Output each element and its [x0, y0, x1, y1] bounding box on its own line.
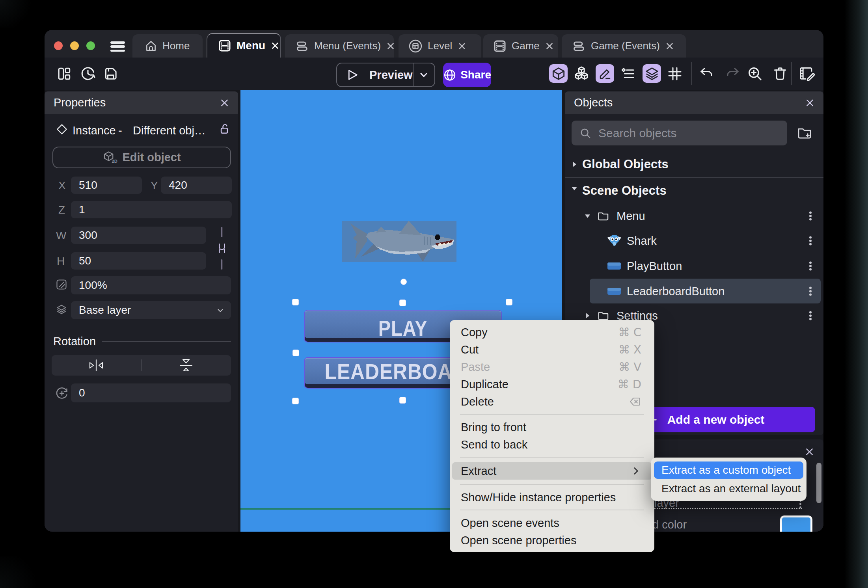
- preview-button[interactable]: Preview: [337, 63, 413, 86]
- tree-row-shark[interactable]: Shark: [565, 228, 823, 253]
- submenu-item-extract-custom-object[interactable]: Extract as a custom object: [654, 461, 803, 479]
- search-objects-input[interactable]: Search objects: [572, 121, 787, 145]
- layers-icon[interactable]: [643, 64, 661, 83]
- x-field[interactable]: 510: [71, 177, 142, 194]
- menu-item-shortcut: ⌘ V: [618, 360, 641, 374]
- extract-submenu: Extract as a custom object Extract as an…: [651, 458, 807, 501]
- close-icon[interactable]: [270, 41, 280, 51]
- close-icon[interactable]: [220, 98, 229, 108]
- menu-item-send-to-back[interactable]: Send to back: [450, 436, 654, 453]
- tab-menu-events[interactable]: Menu (Events): [285, 34, 394, 58]
- handle-top-center[interactable]: [399, 300, 406, 306]
- rotation-field[interactable]: 0: [71, 383, 231, 402]
- button-object-icon: [607, 262, 621, 270]
- close-icon[interactable]: [386, 41, 394, 51]
- menu-item-label: Copy: [461, 326, 488, 339]
- menu-item-show-hide-instance-properties[interactable]: Show/Hide instance properties: [450, 489, 654, 506]
- link-dimensions-icon[interactable]: [217, 227, 227, 270]
- close-icon[interactable]: [665, 41, 675, 51]
- edit-object-button[interactable]: 2D Edit object: [52, 147, 231, 168]
- handle-mid-left[interactable]: [292, 350, 299, 356]
- kebab-menu-icon[interactable]: [808, 311, 812, 320]
- main-menu-icon[interactable]: [110, 41, 125, 52]
- background-color-label: d color: [652, 518, 687, 531]
- save-icon[interactable]: [102, 58, 119, 90]
- opacity-field[interactable]: 100%: [71, 276, 231, 294]
- menu-item-bring-to-front[interactable]: Bring to front: [450, 419, 654, 436]
- kebab-menu-icon[interactable]: [808, 236, 812, 246]
- background-color-swatch[interactable]: [780, 515, 812, 532]
- scene-edit-icon[interactable]: [797, 58, 816, 90]
- instances-icon[interactable]: [572, 58, 591, 90]
- kebab-menu-icon[interactable]: [808, 287, 812, 296]
- trash-icon[interactable]: [771, 58, 790, 90]
- menu-item-copy[interactable]: Copy ⌘ C: [450, 324, 654, 341]
- view-3d-icon[interactable]: [549, 64, 568, 83]
- menu-item-open-scene-events[interactable]: Open scene events: [450, 514, 654, 532]
- instance-list-icon[interactable]: [618, 58, 637, 90]
- button-object-icon: [607, 287, 621, 295]
- wallpaper-edge: [844, 0, 868, 588]
- menu-item-label: Extract: [461, 465, 496, 478]
- history-icon[interactable]: [79, 58, 97, 90]
- z-field[interactable]: 1: [71, 201, 232, 218]
- traffic-light-close[interactable]: [54, 41, 63, 50]
- share-button[interactable]: Share: [443, 63, 491, 87]
- tree-row-leaderboardbutton[interactable]: LeaderboardButton: [565, 279, 823, 303]
- handle-bottom-left[interactable]: [292, 398, 299, 404]
- tab-menu[interactable]: Menu: [207, 33, 281, 58]
- pencil-icon[interactable]: [596, 64, 614, 83]
- traffic-light-zoom[interactable]: [86, 41, 95, 50]
- menu-item-duplicate[interactable]: Duplicate ⌘ D: [450, 376, 654, 393]
- submenu-item-extract-external-layout[interactable]: Extract as an external layout: [661, 482, 801, 495]
- kebab-menu-icon[interactable]: [808, 211, 812, 221]
- tab-home[interactable]: Home: [132, 34, 203, 58]
- undo-icon[interactable]: [697, 58, 716, 90]
- menu-item-cut[interactable]: Cut ⌘ X: [450, 341, 654, 358]
- add-folder-icon[interactable]: [797, 125, 812, 141]
- redo-icon[interactable]: [723, 58, 742, 90]
- close-icon[interactable]: [805, 98, 815, 108]
- h-field[interactable]: 50: [71, 252, 206, 270]
- preview-label: Preview: [369, 69, 413, 82]
- rotate-handle[interactable]: [400, 279, 407, 285]
- close-icon[interactable]: [544, 41, 555, 51]
- shark-sprite[interactable]: [342, 221, 456, 262]
- zoom-in-icon[interactable]: [745, 58, 764, 90]
- menu-item-open-scene-properties[interactable]: Open scene properties: [450, 532, 654, 549]
- w-field[interactable]: 300: [71, 227, 206, 244]
- unlock-icon[interactable]: [217, 122, 231, 136]
- menu-item-paste[interactable]: Paste ⌘ V: [450, 358, 654, 376]
- layer-select[interactable]: Base layer: [71, 301, 231, 319]
- kebab-menu-icon[interactable]: [808, 261, 812, 271]
- caret-down-icon[interactable]: [584, 212, 591, 220]
- traffic-light-minimize[interactable]: [70, 41, 79, 50]
- y-field[interactable]: 420: [161, 177, 232, 194]
- properties-header: Properties: [45, 91, 238, 114]
- wallpaper-corner: [0, 0, 35, 28]
- tab-level[interactable]: Level: [399, 34, 481, 58]
- tab-game[interactable]: Game: [483, 34, 558, 58]
- flip-horizontal-icon[interactable]: [88, 359, 104, 372]
- caret-right-icon[interactable]: [584, 312, 591, 319]
- panels-icon[interactable]: [56, 58, 73, 90]
- tab-game-events[interactable]: Game (Events): [562, 34, 686, 58]
- scrollbar-thumb[interactable]: [816, 463, 821, 503]
- rotation-icon: [54, 386, 69, 401]
- gdevelop-window: Home Menu: [45, 30, 823, 532]
- handle-top-left[interactable]: [292, 299, 299, 305]
- global-objects-section[interactable]: Global Objects: [565, 156, 823, 173]
- tab-label: Menu (Events): [314, 40, 381, 52]
- handle-bottom-center[interactable]: [399, 397, 406, 404]
- handle-top-right[interactable]: [506, 299, 512, 305]
- menu-item-delete[interactable]: Delete: [450, 393, 654, 410]
- tree-row-playbutton[interactable]: PlayButton: [565, 253, 823, 278]
- scene-objects-section[interactable]: Scene Objects: [565, 182, 823, 199]
- grid-icon[interactable]: [665, 58, 684, 90]
- close-icon[interactable]: [457, 41, 467, 51]
- menu-item-extract[interactable]: Extract: [452, 462, 652, 480]
- close-icon[interactable]: [805, 447, 814, 457]
- flip-vertical-icon[interactable]: [178, 358, 194, 373]
- tree-row-menu-folder[interactable]: Menu: [565, 203, 823, 228]
- preview-dropdown[interactable]: [414, 63, 434, 86]
